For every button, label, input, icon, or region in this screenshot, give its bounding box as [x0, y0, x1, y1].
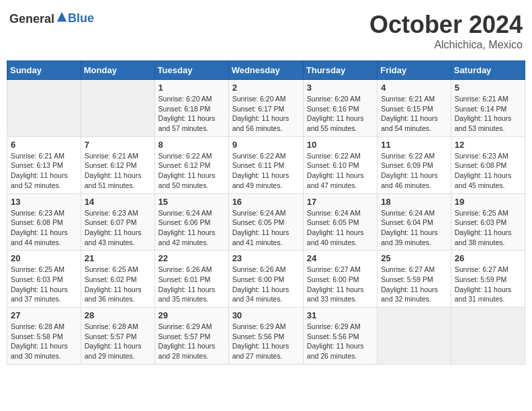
day-number: 5 — [455, 83, 521, 93]
day-number: 13 — [11, 197, 77, 207]
calendar-cell: 7Sunrise: 6:21 AMSunset: 6:12 PMDaylight… — [81, 136, 154, 193]
month-title: October 2024 — [369, 11, 523, 39]
day-info: Sunrise: 6:26 AMSunset: 6:01 PMDaylight:… — [159, 265, 225, 304]
day-info: Sunrise: 6:20 AMSunset: 6:18 PMDaylight:… — [159, 94, 225, 134]
day-number: 25 — [381, 253, 447, 263]
day-info: Sunrise: 6:25 AMSunset: 6:03 PMDaylight:… — [455, 208, 521, 248]
day-number: 21 — [85, 253, 151, 263]
location-title: Alchichica, Mexico — [369, 39, 523, 51]
day-info: Sunrise: 6:27 AMSunset: 5:59 PMDaylight:… — [381, 265, 447, 304]
day-number: 17 — [307, 197, 373, 207]
day-info: Sunrise: 6:28 AMSunset: 5:57 PMDaylight:… — [85, 322, 151, 361]
day-number: 27 — [11, 310, 77, 320]
day-number: 30 — [232, 310, 300, 320]
calendar-cell: 22Sunrise: 6:26 AMSunset: 6:01 PMDayligh… — [154, 250, 228, 308]
calendar-cell: 9Sunrise: 6:22 AMSunset: 6:11 PMDaylight… — [228, 136, 303, 193]
calendar-cell: 15Sunrise: 6:24 AMSunset: 6:06 PMDayligh… — [154, 193, 228, 250]
header-day-tuesday: Tuesday — [154, 61, 228, 80]
calendar-cell: 30Sunrise: 6:29 AMSunset: 5:56 PMDayligh… — [228, 308, 303, 365]
day-number: 18 — [381, 197, 447, 207]
day-info: Sunrise: 6:22 AMSunset: 6:09 PMDaylight:… — [381, 151, 447, 191]
calendar-cell: 27Sunrise: 6:28 AMSunset: 5:58 PMDayligh… — [7, 308, 81, 365]
day-number: 19 — [455, 197, 521, 207]
header-day-thursday: Thursday — [303, 61, 377, 80]
day-number: 23 — [232, 253, 300, 263]
day-info: Sunrise: 6:26 AMSunset: 6:00 PMDaylight:… — [232, 265, 300, 304]
day-info: Sunrise: 6:24 AMSunset: 6:05 PMDaylight:… — [307, 208, 373, 248]
day-number: 15 — [159, 197, 225, 207]
calendar-cell: 31Sunrise: 6:29 AMSunset: 5:56 PMDayligh… — [303, 308, 377, 365]
calendar-cell: 4Sunrise: 6:21 AMSunset: 6:15 PMDaylight… — [378, 80, 451, 137]
calendar-cell: 17Sunrise: 6:24 AMSunset: 6:05 PMDayligh… — [303, 193, 377, 250]
week-row-1: 6Sunrise: 6:21 AMSunset: 6:13 PMDaylight… — [7, 136, 525, 193]
week-row-3: 20Sunrise: 6:25 AMSunset: 6:03 PMDayligh… — [7, 250, 525, 308]
day-number: 26 — [455, 253, 521, 263]
calendar-cell: 21Sunrise: 6:25 AMSunset: 6:02 PMDayligh… — [81, 250, 154, 308]
day-info: Sunrise: 6:21 AMSunset: 6:15 PMDaylight:… — [381, 94, 447, 134]
day-number: 10 — [307, 140, 373, 150]
day-info: Sunrise: 6:22 AMSunset: 6:10 PMDaylight:… — [307, 151, 373, 191]
day-number: 20 — [11, 253, 77, 263]
day-info: Sunrise: 6:21 AMSunset: 6:12 PMDaylight:… — [85, 151, 151, 191]
day-info: Sunrise: 6:25 AMSunset: 6:03 PMDaylight:… — [11, 265, 77, 304]
day-info: Sunrise: 6:24 AMSunset: 6:06 PMDaylight:… — [159, 208, 225, 248]
day-number: 29 — [159, 310, 225, 320]
day-info: Sunrise: 6:23 AMSunset: 6:08 PMDaylight:… — [11, 208, 77, 248]
calendar-cell: 18Sunrise: 6:24 AMSunset: 6:04 PMDayligh… — [378, 193, 451, 250]
day-info: Sunrise: 6:21 AMSunset: 6:13 PMDaylight:… — [11, 151, 77, 191]
calendar-cell: 12Sunrise: 6:23 AMSunset: 6:08 PMDayligh… — [451, 136, 525, 193]
logo-icon — [56, 11, 68, 23]
calendar-cell: 20Sunrise: 6:25 AMSunset: 6:03 PMDayligh… — [7, 250, 81, 308]
day-number: 1 — [159, 83, 225, 93]
calendar-cell: 19Sunrise: 6:25 AMSunset: 6:03 PMDayligh… — [451, 193, 525, 250]
day-info: Sunrise: 6:20 AMSunset: 6:17 PMDaylight:… — [232, 94, 300, 134]
calendar-cell: 29Sunrise: 6:29 AMSunset: 5:57 PMDayligh… — [154, 308, 228, 365]
title-area: October 2024 Alchichica, Mexico — [369, 11, 523, 51]
day-number: 31 — [307, 310, 373, 320]
day-number: 12 — [455, 140, 521, 150]
calendar-cell: 5Sunrise: 6:21 AMSunset: 6:14 PMDaylight… — [451, 80, 525, 137]
calendar-cell: 28Sunrise: 6:28 AMSunset: 5:57 PMDayligh… — [81, 308, 154, 365]
day-number: 24 — [307, 253, 373, 263]
day-number: 22 — [159, 253, 225, 263]
header-day-wednesday: Wednesday — [228, 61, 303, 80]
calendar-header-row: SundayMondayTuesdayWednesdayThursdayFrid… — [7, 61, 525, 80]
calendar-cell — [7, 80, 81, 137]
calendar-cell: 3Sunrise: 6:20 AMSunset: 6:16 PMDaylight… — [303, 80, 377, 137]
calendar-cell: 16Sunrise: 6:24 AMSunset: 6:05 PMDayligh… — [228, 193, 303, 250]
day-number: 3 — [307, 83, 373, 93]
day-info: Sunrise: 6:22 AMSunset: 6:11 PMDaylight:… — [232, 151, 300, 191]
week-row-0: 1Sunrise: 6:20 AMSunset: 6:18 PMDaylight… — [7, 80, 525, 137]
day-info: Sunrise: 6:29 AMSunset: 5:57 PMDaylight:… — [159, 322, 225, 361]
calendar-cell: 1Sunrise: 6:20 AMSunset: 6:18 PMDaylight… — [154, 80, 228, 137]
day-info: Sunrise: 6:29 AMSunset: 5:56 PMDaylight:… — [307, 322, 373, 361]
calendar-cell: 25Sunrise: 6:27 AMSunset: 5:59 PMDayligh… — [378, 250, 451, 308]
calendar-cell: 11Sunrise: 6:22 AMSunset: 6:09 PMDayligh… — [378, 136, 451, 193]
logo: General Blue — [9, 11, 94, 26]
calendar-cell: 2Sunrise: 6:20 AMSunset: 6:17 PMDaylight… — [228, 80, 303, 137]
day-info: Sunrise: 6:23 AMSunset: 6:07 PMDaylight:… — [85, 208, 151, 248]
logo-blue: Blue — [68, 11, 94, 25]
header-day-monday: Monday — [81, 61, 154, 80]
day-number: 28 — [85, 310, 151, 320]
day-info: Sunrise: 6:24 AMSunset: 6:05 PMDaylight:… — [232, 208, 300, 248]
calendar-cell: 26Sunrise: 6:27 AMSunset: 5:59 PMDayligh… — [451, 250, 525, 308]
header-day-sunday: Sunday — [7, 61, 81, 80]
week-row-2: 13Sunrise: 6:23 AMSunset: 6:08 PMDayligh… — [7, 193, 525, 250]
calendar-cell: 10Sunrise: 6:22 AMSunset: 6:10 PMDayligh… — [303, 136, 377, 193]
day-info: Sunrise: 6:29 AMSunset: 5:56 PMDaylight:… — [232, 322, 300, 361]
day-number: 7 — [85, 140, 151, 150]
day-info: Sunrise: 6:25 AMSunset: 6:02 PMDaylight:… — [85, 265, 151, 304]
header-day-saturday: Saturday — [451, 61, 525, 80]
calendar-cell: 24Sunrise: 6:27 AMSunset: 6:00 PMDayligh… — [303, 250, 377, 308]
calendar-cell: 14Sunrise: 6:23 AMSunset: 6:07 PMDayligh… — [81, 193, 154, 250]
day-info: Sunrise: 6:27 AMSunset: 6:00 PMDaylight:… — [307, 265, 373, 304]
header: General Blue October 2024 Alchichica, Me… — [7, 7, 525, 55]
day-number: 8 — [159, 140, 225, 150]
day-number: 14 — [85, 197, 151, 207]
day-info: Sunrise: 6:22 AMSunset: 6:12 PMDaylight:… — [159, 151, 225, 191]
calendar-cell: 23Sunrise: 6:26 AMSunset: 6:00 PMDayligh… — [228, 250, 303, 308]
day-info: Sunrise: 6:28 AMSunset: 5:58 PMDaylight:… — [11, 322, 77, 361]
day-info: Sunrise: 6:23 AMSunset: 6:08 PMDaylight:… — [455, 151, 521, 191]
header-day-friday: Friday — [378, 61, 451, 80]
